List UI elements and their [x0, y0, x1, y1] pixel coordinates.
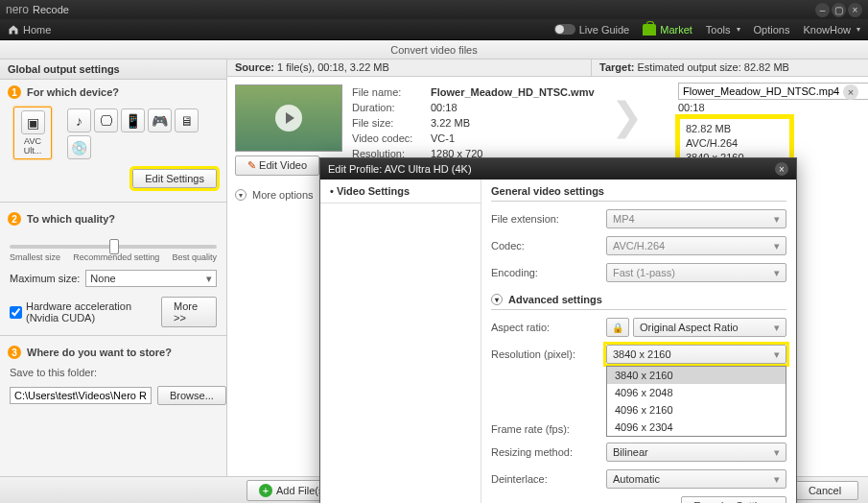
resolution-option[interactable]: 3840 x 2160: [607, 367, 786, 384]
source-size: 3.22 MB: [431, 115, 470, 131]
resolution-dropdown: 3840 x 2160 4096 x 2048 4096 x 2160 4096…: [606, 366, 786, 437]
window-maximize-icon[interactable]: ▢: [832, 3, 846, 17]
market-icon: [643, 24, 656, 36]
sidebar: Global output settings 1 For which devic…: [0, 60, 227, 476]
filesize-label: File size:: [352, 115, 425, 131]
knowhow-menu[interactable]: KnowHow▾: [803, 24, 860, 36]
dlg-resolution-label: Resolution (pixel):: [491, 348, 606, 360]
resolution-select[interactable]: 3840 x 2160: [606, 345, 786, 364]
app-logo: nero: [6, 3, 29, 16]
titlebar: nero Recode – ▢ ×: [0, 0, 868, 19]
liveguide-label: Live Guide: [579, 24, 630, 36]
filename-label: File name:: [352, 84, 425, 100]
resolution-option[interactable]: 4096 x 2048: [607, 384, 786, 401]
advanced-settings-heading[interactable]: ▾ Advanced settings: [491, 290, 786, 310]
device-disc-icon[interactable]: 💿: [67, 135, 91, 159]
cancel-button[interactable]: Cancel: [791, 481, 858, 500]
app-product: Recode: [33, 4, 69, 15]
dialog-title: Edit Profile: AVC Ultra HD (4K): [328, 163, 472, 175]
resolution-option[interactable]: 4096 x 2160: [607, 401, 786, 419]
device-tv-icon[interactable]: 🖵: [94, 108, 118, 132]
remove-file-button[interactable]: ×: [843, 84, 858, 100]
encoding-select[interactable]: Fast (1-pass): [606, 263, 786, 282]
arrow-icon: ❯: [611, 94, 644, 138]
edit-profile-dialog: Edit Profile: AVC Ultra HD (4K) × • Vide…: [319, 157, 797, 503]
codec-select[interactable]: AVC/H.264: [606, 236, 786, 255]
file-ext-select[interactable]: MP4: [606, 209, 786, 228]
dialog-close-button[interactable]: ×: [775, 162, 788, 176]
slider-label-right: Best quality: [172, 252, 217, 262]
duration-label: Duration:: [352, 100, 425, 115]
liveguide-toggle[interactable]: Live Guide: [554, 24, 630, 36]
encoder-settings-button[interactable]: Encoder Settings: [681, 496, 786, 503]
target-filename-input[interactable]: [678, 83, 868, 100]
deinterlace-label: Deinterlace:: [491, 473, 606, 485]
quality-slider[interactable]: [10, 245, 217, 249]
plus-icon: +: [259, 484, 272, 497]
hwaccel-input[interactable]: [10, 306, 22, 319]
device-selected[interactable]: ▣ AVC Ult...: [13, 107, 52, 159]
source-header: Source: 1 file(s), 00:18, 3.22 MB: [227, 60, 592, 76]
aspect-label: Aspect ratio:: [491, 322, 606, 333]
browse-button[interactable]: Browse...: [157, 386, 226, 405]
save-label: Save to this folder:: [0, 363, 226, 382]
dialog-titlebar: Edit Profile: AVC Ultra HD (4K) ×: [320, 158, 796, 180]
play-icon: [275, 105, 302, 132]
source-duration: 00:18: [431, 100, 457, 115]
encoding-label: Encoding:: [491, 267, 606, 278]
codec-label: Video codec:: [352, 131, 425, 146]
target-header: Target: Estimated output size: 82.82 MB: [592, 60, 797, 76]
target-duration: 00:18: [678, 102, 868, 113]
chevron-down-icon: ▾: [491, 294, 503, 305]
aspect-select[interactable]: Original Aspect Ratio: [633, 318, 786, 337]
section-number-icon: 3: [8, 346, 21, 359]
file-ext-label: File extension:: [491, 213, 606, 225]
edit-settings-button[interactable]: Edit Settings: [132, 169, 217, 188]
device-music-icon[interactable]: ♪: [67, 108, 91, 132]
section-number-icon: 2: [8, 212, 21, 226]
dlg-codec-label: Codec:: [491, 240, 606, 252]
fps-label: Frame rate (fps):: [491, 423, 606, 435]
device-selected-label: AVC Ult...: [16, 136, 49, 156]
slider-thumb-icon[interactable]: [109, 239, 119, 254]
tab-video-settings[interactable]: • Video Settings: [320, 180, 481, 204]
window-minimize-icon[interactable]: –: [815, 3, 830, 17]
section-store: 3 Where do you want to store?: [0, 340, 226, 363]
device-avc-icon: ▣: [21, 110, 45, 134]
resize-select[interactable]: Bilinear: [606, 443, 786, 462]
home-button[interactable]: Home: [8, 24, 51, 36]
section-device: 1 For which device?: [0, 80, 226, 103]
home-icon: [8, 24, 19, 36]
video-thumbnail[interactable]: [235, 84, 342, 152]
hwaccel-label: Hardware acceleration (Nvidia CUDA): [26, 300, 161, 323]
maxsize-label: Maximum size:: [10, 273, 80, 284]
device-pc-icon[interactable]: 🖥: [175, 108, 199, 132]
section-quality: 2 To which quality?: [0, 206, 226, 229]
maxsize-select[interactable]: None: [85, 270, 217, 287]
save-path-input[interactable]: [10, 387, 152, 404]
target-size: 82.82 MB: [686, 122, 784, 136]
home-label: Home: [23, 24, 51, 36]
target-codec: AVC/H.264: [686, 136, 784, 151]
general-video-settings-heading: General video settings: [491, 185, 786, 202]
page-subtitle: Convert video files: [0, 40, 868, 60]
source-codec: VC-1: [431, 131, 455, 146]
chevron-down-icon: ▾: [235, 189, 246, 201]
lock-aspect-button[interactable]: 🔒: [606, 318, 629, 337]
device-phone-icon[interactable]: 📱: [121, 108, 145, 132]
window-close-icon[interactable]: ×: [848, 3, 862, 17]
market-button[interactable]: Market: [643, 24, 692, 36]
source-filename: Flower_Meadow_HD_NTSC.wmv: [431, 84, 595, 100]
sidebar-title: Global output settings: [0, 60, 226, 80]
more-button[interactable]: More >>: [161, 297, 217, 327]
slider-label-left: Smallest size: [10, 252, 60, 262]
resize-label: Resizing method:: [491, 446, 606, 458]
deinterlace-select[interactable]: Automatic: [606, 469, 786, 489]
section-number-icon: 1: [8, 85, 21, 99]
device-game-icon[interactable]: 🎮: [148, 108, 172, 132]
tools-menu[interactable]: Tools▾: [706, 24, 740, 36]
hwaccel-checkbox[interactable]: Hardware acceleration (Nvidia CUDA): [10, 300, 161, 323]
edit-video-button[interactable]: ✎ Edit Video: [235, 156, 319, 176]
resolution-option[interactable]: 4096 x 2304: [607, 419, 786, 436]
options-button[interactable]: Options: [754, 24, 790, 36]
